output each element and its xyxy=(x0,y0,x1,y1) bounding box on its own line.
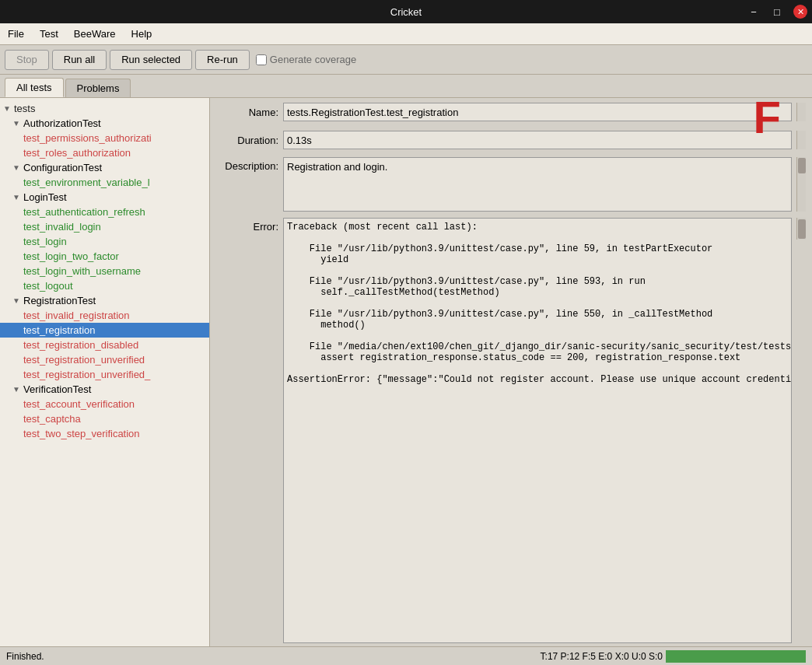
test-tree-scroll[interactable]: ▼ tests ▼ AuthorizationTest test_permiss… xyxy=(0,98,209,646)
chevron-icon: ▼ xyxy=(12,193,22,201)
chevron-icon: ▼ xyxy=(12,163,22,172)
chevron-icon: ▼ xyxy=(3,104,12,113)
test-test_invalid_login[interactable]: test_invalid_login xyxy=(0,219,209,234)
stop-button[interactable]: Stop xyxy=(5,50,49,70)
menu-bar: File Test BeeWare Help xyxy=(0,23,812,45)
title-bar: Cricket − □ ✕ xyxy=(0,0,812,23)
test-test_permissions_authorizati[interactable]: test_permissions_authorizati xyxy=(0,131,209,145)
group-logintest[interactable]: ▼ LoginTest xyxy=(0,190,209,205)
test-test_authentication_refresh[interactable]: test_authentication_refresh xyxy=(0,205,209,219)
close-button[interactable]: ✕ xyxy=(789,0,812,23)
name-field[interactable] xyxy=(283,103,792,121)
name-label: Name: xyxy=(216,107,278,118)
run-all-button[interactable]: Run all xyxy=(52,50,107,70)
detail-panel: Name: F Duration: Description: xyxy=(210,98,812,646)
minimize-button[interactable]: − xyxy=(742,0,765,23)
menu-test[interactable]: Test xyxy=(32,25,66,43)
tab-all-tests[interactable]: All tests xyxy=(5,78,64,97)
name-row-container: Name: F xyxy=(210,98,812,126)
test-test_registration[interactable]: test_registration xyxy=(0,323,209,338)
test-tree-panel: ▼ tests ▼ AuthorizationTest test_permiss… xyxy=(0,98,210,646)
chevron-icon: ▼ xyxy=(12,119,22,128)
toolbar: Stop Run all Run selected Re-run Generat… xyxy=(0,45,812,75)
test-test_account_verification[interactable]: test_account_verification xyxy=(0,397,209,411)
scrollbar-placeholder xyxy=(796,131,806,149)
scrollbar-placeholder xyxy=(796,103,806,121)
menu-beeware[interactable]: BeeWare xyxy=(66,25,124,43)
tabs-bar: All tests Problems xyxy=(0,75,812,98)
desc-scrollbar xyxy=(796,157,806,212)
description-label: Description: xyxy=(216,157,278,172)
name-row: Name: xyxy=(210,98,812,126)
main-content: ▼ tests ▼ AuthorizationTest test_permiss… xyxy=(0,98,812,646)
description-field[interactable] xyxy=(283,157,792,212)
coverage-label: Generate coverage xyxy=(256,54,356,65)
duration-row: Duration: xyxy=(210,126,812,154)
test-test_login_with_username[interactable]: test_login_with_username xyxy=(0,264,209,278)
group-configurationtest[interactable]: ▼ ConfigurationTest xyxy=(0,160,209,175)
test-test_roles_authorization[interactable]: test_roles_authorization xyxy=(0,145,209,160)
test-test_login_two_factor[interactable]: test_login_two_factor xyxy=(0,249,209,264)
status-stats: T:17 P:12 F:5 E:0 X:0 U:0 S:0 xyxy=(541,651,663,662)
close-icon: ✕ xyxy=(793,5,807,19)
test-test_invalid_registration[interactable]: test_invalid_registration xyxy=(0,308,209,323)
test-test_two_step_verification[interactable]: test_two_step_verification xyxy=(0,426,209,441)
tab-problems[interactable]: Problems xyxy=(65,79,131,97)
test-test_registration_unverified_[interactable]: test_registration_unverified_ xyxy=(0,367,209,382)
test-test_environment_variable_l[interactable]: test_environment_variable_l xyxy=(0,175,209,190)
tree-root[interactable]: ▼ tests xyxy=(0,101,209,116)
group-verificationtest[interactable]: ▼ VerificationTest xyxy=(0,382,209,397)
test-test_registration_unverified[interactable]: test_registration_unverified xyxy=(0,352,209,367)
error-label: Error: xyxy=(216,218,278,233)
coverage-checkbox[interactable] xyxy=(256,54,267,65)
rerun-button[interactable]: Re-run xyxy=(195,50,250,70)
test-test_captcha[interactable]: test_captcha xyxy=(0,411,209,426)
fail-f-icon: F xyxy=(754,98,781,140)
app-title: Cricket xyxy=(390,6,422,18)
maximize-button[interactable]: □ xyxy=(765,0,789,23)
chevron-icon: ▼ xyxy=(12,385,22,394)
status-progress-bar xyxy=(666,650,806,663)
group-authorizationtest[interactable]: ▼ AuthorizationTest xyxy=(0,116,209,131)
description-row: Description: xyxy=(210,154,812,215)
error-field[interactable] xyxy=(283,218,792,643)
right-content: Name: F Duration: Description: xyxy=(210,98,812,646)
test-test_registration_disabled[interactable]: test_registration_disabled xyxy=(0,338,209,352)
title-bar-controls: − □ ✕ xyxy=(742,0,812,23)
test-test_logout[interactable]: test_logout xyxy=(0,278,209,293)
group-registrationtest[interactable]: ▼ RegistrationTest xyxy=(0,293,209,308)
error-scrollbar xyxy=(796,218,806,240)
duration-label: Duration: xyxy=(216,135,278,146)
status-text: Finished. xyxy=(6,651,541,662)
run-selected-button[interactable]: Run selected xyxy=(110,50,192,70)
chevron-icon: ▼ xyxy=(12,296,22,305)
menu-help[interactable]: Help xyxy=(124,25,160,43)
error-row: Error: xyxy=(210,215,812,646)
status-bar: Finished. T:17 P:12 F:5 E:0 X:0 U:0 S:0 xyxy=(0,646,812,665)
menu-file[interactable]: File xyxy=(0,25,32,43)
duration-field[interactable] xyxy=(283,131,792,149)
test-test_login[interactable]: test_login xyxy=(0,234,209,249)
